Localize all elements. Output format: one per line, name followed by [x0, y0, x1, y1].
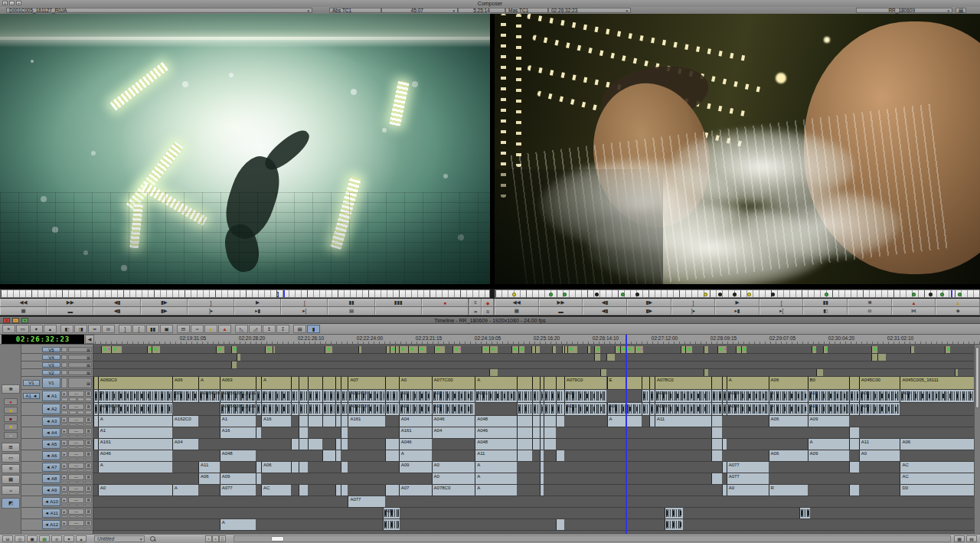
timeline-clip[interactable]: [635, 346, 643, 353]
timeline-clip[interactable]: [341, 462, 348, 473]
timeline-clip[interactable]: [849, 377, 858, 389]
go-to-out-button[interactable]: ]: [671, 299, 716, 306]
timeline-clip[interactable]: [291, 439, 299, 450]
meter-box[interactable]: [69, 515, 76, 518]
timeline-clip[interactable]: [606, 354, 615, 361]
timeline-clip[interactable]: A048: [727, 403, 769, 415]
timeline-clip[interactable]: [385, 390, 399, 402]
meter-box[interactable]: [69, 435, 76, 437]
timeline-clip[interactable]: [256, 403, 261, 415]
timeline-clip[interactable]: A11: [475, 450, 517, 461]
meter-box[interactable]: [85, 447, 92, 449]
timeline-clip[interactable]: [711, 427, 722, 438]
timeline-clip[interactable]: [600, 369, 606, 376]
timeline-clip[interactable]: [383, 519, 400, 530]
go-to-in-button[interactable]: [: [760, 299, 804, 306]
timeline-clip[interactable]: [256, 427, 261, 438]
timeline-clip[interactable]: [482, 346, 488, 353]
render-ranges-button[interactable]: ⊘: [102, 325, 115, 333]
timeline-clip[interactable]: A: [475, 462, 517, 473]
track-lane-A1[interactable]: RD0A045C00A045C005_16111AA162C0A1A16A161…: [93, 390, 974, 403]
timeline-clip[interactable]: [649, 377, 655, 389]
timeline-clip[interactable]: [341, 390, 348, 402]
timeline-clip[interactable]: A0: [859, 450, 900, 461]
timeline-clip[interactable]: A0: [432, 473, 475, 484]
go-to-next-edit-button[interactable]: ▸▮: [234, 307, 281, 315]
timeline-clip[interactable]: [711, 416, 722, 427]
mute-box[interactable]: ⊠: [85, 451, 92, 457]
quick-transition-button[interactable]: ◧: [803, 307, 848, 315]
timeline-clip[interactable]: A06: [769, 450, 808, 461]
timeline-clip[interactable]: [649, 416, 655, 427]
timeline-clip[interactable]: A: [98, 416, 172, 427]
timeline-clip[interactable]: D0: [172, 390, 198, 402]
meter-box[interactable]: [77, 447, 84, 449]
timeline-clip[interactable]: A11: [808, 390, 850, 402]
timeline-clip[interactable]: [556, 416, 564, 427]
meter-box[interactable]: [61, 458, 68, 460]
grid-button[interactable]: ▦: [0, 307, 47, 315]
timeline-clip[interactable]: [649, 390, 655, 402]
meter-box[interactable]: [85, 492, 92, 495]
meter-box[interactable]: [77, 515, 84, 518]
timeline-clip[interactable]: [308, 403, 322, 415]
timeline-clip[interactable]: A0: [727, 485, 769, 496]
track-monitor-V4[interactable]: ⊠: [68, 355, 92, 360]
timeline-clip[interactable]: [511, 346, 518, 353]
pan-slider[interactable]: —: [68, 463, 84, 469]
meter-box[interactable]: [61, 469, 68, 472]
solo-button[interactable]: ▸: [61, 497, 67, 503]
record-track-button-A10[interactable]: ◄ A10: [42, 497, 60, 506]
record-track-button-A7[interactable]: ◄ A7: [42, 463, 60, 472]
record-track-button-V3[interactable]: V3: [42, 362, 60, 368]
record-track-button-V2[interactable]: V2: [42, 370, 60, 375]
maroon-book-icon[interactable]: ■: [4, 415, 18, 422]
timeline-clip[interactable]: [556, 403, 564, 415]
mark-clip-button[interactable]: ]▸: [188, 307, 234, 315]
timeline-clip[interactable]: [517, 416, 532, 427]
timeline-clip[interactable]: A09: [220, 473, 256, 484]
source-track-button-A1[interactable]: A1 ◄: [23, 393, 40, 399]
timeline-clip[interactable]: [341, 416, 348, 427]
marker-dot[interactable]: [704, 293, 707, 296]
timeline-clip[interactable]: A: [261, 390, 291, 402]
timeline-clip[interactable]: A161: [475, 390, 517, 402]
play-forward-button[interactable]: ▮▶: [141, 307, 188, 315]
track-monitor-V1[interactable]: ⊠: [68, 378, 92, 388]
horizontal-scrollbar[interactable]: [234, 535, 951, 542]
scroll-back-button[interactable]: ‹: [205, 535, 212, 542]
horizontal-scroll-thumb[interactable]: [271, 536, 284, 541]
meter-box[interactable]: [77, 411, 84, 414]
timeline-clip[interactable]: [322, 450, 335, 461]
track-lane-A3[interactable]: AA162C0A1A16A161A04A046A048AA11A06A09: [93, 416, 974, 427]
timeline-clip[interactable]: [665, 508, 683, 518]
timeline-clip[interactable]: A077: [727, 473, 769, 484]
mute-box[interactable]: ⊠: [85, 497, 92, 503]
timeline-clip[interactable]: [335, 439, 341, 450]
meter-box[interactable]: [61, 397, 68, 401]
mas-tc-label[interactable]: Mas TC1: [505, 8, 548, 13]
mute-box[interactable]: ⊠: [85, 417, 92, 423]
keyboard-icon[interactable]: ▤: [956, 8, 966, 13]
step-forward-button[interactable]: ▮▶: [141, 299, 188, 306]
timeline-clip[interactable]: [816, 369, 823, 376]
play-button[interactable]: ▶: [715, 299, 760, 306]
sync-display-button[interactable]: ≈: [191, 325, 204, 333]
solo-button[interactable]: ▸: [61, 417, 67, 423]
timeline-clip[interactable]: [231, 346, 236, 353]
marker-dot[interactable]: [635, 293, 639, 296]
timeline-clip[interactable]: [265, 346, 273, 353]
timeline-clip[interactable]: A: [475, 473, 517, 484]
timeline-clip[interactable]: [335, 390, 341, 402]
meter-box[interactable]: [61, 504, 68, 506]
timeline-clip[interactable]: A04: [399, 416, 432, 427]
timeline-clip[interactable]: A16: [220, 427, 256, 438]
record-track-button-A9[interactable]: ◄ A9: [42, 486, 60, 495]
zoom-box-button[interactable]: ▣: [160, 325, 173, 333]
meter-box[interactable]: [77, 397, 84, 401]
timeline-clip[interactable]: A: [172, 485, 198, 496]
timeline-clip[interactable]: [587, 346, 590, 353]
timeline-clip[interactable]: [535, 346, 540, 353]
timeline-clip[interactable]: [308, 377, 322, 389]
timeline-clip[interactable]: A078C0: [655, 377, 711, 389]
